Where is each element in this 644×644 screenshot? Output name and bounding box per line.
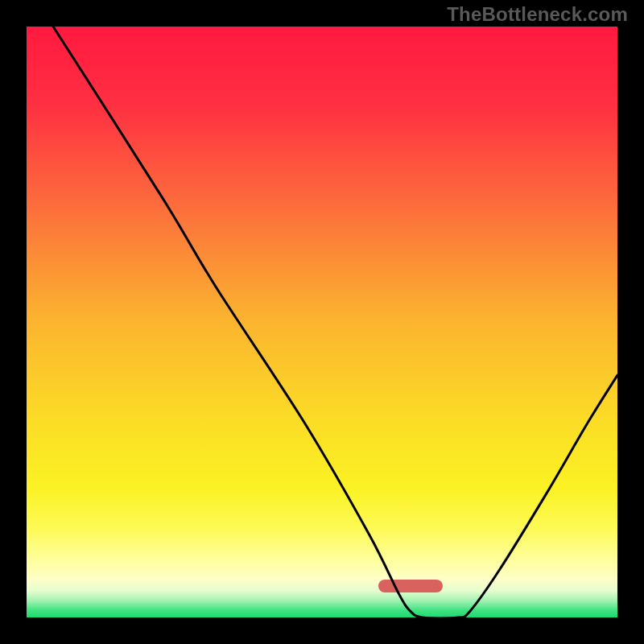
watermark-label: TheBottleneck.com [447,3,628,26]
gradient-background [27,27,617,617]
optimal-range-marker [378,580,443,592]
svg-rect-0 [27,27,617,617]
plot-area [27,27,617,617]
outer-frame: TheBottleneck.com [0,0,644,644]
